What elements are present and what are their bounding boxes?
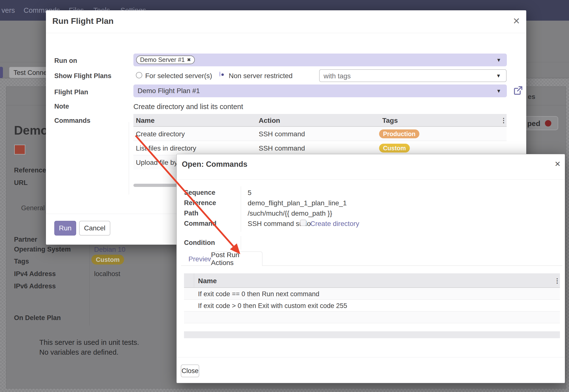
flight-plan-label: Flight Plan [54, 88, 88, 96]
tab-post-run-actions-label: Post Run Actions [211, 251, 262, 267]
sequence-value: 5 [248, 189, 252, 197]
actions-col-name[interactable]: Name [198, 277, 217, 285]
url-label: URL [14, 179, 28, 187]
run-button[interactable]: Run [54, 221, 76, 236]
status-badge: ped [523, 116, 558, 130]
reference-field-label: Reference [184, 199, 216, 207]
tags-custom-badge-label: Custom [96, 256, 120, 264]
run-modal-close-icon[interactable]: ✕ [513, 17, 520, 26]
tags-custom-badge: Custom [91, 255, 124, 265]
open-modal-title: Open: Commands [182, 160, 247, 169]
radio-non-server-restricted[interactable] [219, 71, 220, 77]
smart-button-fragment[interactable]: es [528, 93, 535, 101]
condition-label: Condition [184, 239, 215, 247]
run-on-label: Run on [54, 57, 77, 65]
show-flight-plans-label: Show Flight Plans [54, 72, 112, 80]
server-chip-label: Demo Server #1 [140, 56, 185, 63]
color-swatch[interactable] [14, 145, 25, 154]
operating-system-value[interactable]: Debian 10 [94, 246, 126, 253]
chip-remove-icon[interactable]: ✖ [187, 57, 191, 63]
action-row-name: If exit code == 0 then Run next command [198, 290, 319, 298]
sequence-label: Sequence [184, 189, 215, 196]
table-options-icon[interactable]: ⋮ [500, 117, 507, 124]
status-badge-label: ped [527, 119, 540, 128]
reference-value: demo_flight_plan_1_plan_line_1 [248, 199, 347, 207]
tab-preview[interactable]: Preview [188, 255, 213, 263]
actions-table-options-icon[interactable]: ⋮ [554, 277, 560, 285]
server-chip[interactable]: Demo Server #1 ✖ [136, 56, 195, 64]
operating-system-label: Operating System [14, 246, 71, 253]
on-delete-plan-label: On Delete Plan [14, 314, 61, 322]
row-action: SSH command [259, 144, 305, 152]
tab-post-run-actions[interactable]: Post Run Actions [211, 252, 262, 266]
command-label: Command [184, 220, 216, 227]
unit-test-note-line1: This server is used in unit tests. [39, 338, 139, 347]
note-value: Create directory and list its content [133, 103, 243, 111]
commands-label-divider [129, 122, 129, 195]
header-handle-column [184, 273, 194, 288]
run-on-select[interactable]: Demo Server #1 ✖ ▾ [133, 54, 507, 66]
table-footer-band [184, 331, 560, 338]
post-run-actions-table: Name ⋮ If exit code == 0 then Run next c… [184, 273, 560, 338]
run-modal-header-divider [46, 33, 526, 33]
run-on-caret-icon[interactable]: ▾ [497, 56, 500, 63]
external-link-icon[interactable] [513, 85, 523, 95]
open-modal-header-divider [177, 179, 565, 180]
field-column-divider [89, 232, 90, 325]
radio-non-server-restricted-label[interactable]: Non server restricted [229, 72, 293, 80]
table-row[interactable]: List files in directory SSH command Cust… [133, 141, 507, 155]
command-link[interactable]: Create directory [310, 220, 359, 228]
col-tags[interactable]: Tags [382, 117, 398, 125]
open-modal-footer-divider [177, 357, 565, 357]
condition-divider [241, 236, 241, 250]
row-tag-badge: Production [379, 129, 419, 138]
general-tab-border [45, 202, 45, 213]
radio-selected-servers[interactable] [136, 72, 142, 78]
action-row-name: If exit code > 0 then Exit with custom e… [198, 302, 347, 310]
row-action: SSH command [259, 130, 305, 138]
ipv4-value: localhost [94, 270, 120, 278]
open-commands-modal: Open: Commands ✕ Sequence 5 Reference de… [176, 154, 565, 383]
cancel-button[interactable]: Cancel [79, 221, 110, 236]
empty-row [184, 311, 560, 323]
flight-plan-caret-icon[interactable]: ▾ [497, 87, 500, 94]
col-name[interactable]: Name [136, 117, 155, 125]
with-tags-value: with tags [324, 72, 351, 80]
row-name: List files in directory [136, 144, 196, 152]
radio-selected-servers-label[interactable]: For selected server(s) [145, 72, 212, 80]
commands-label: Commands [54, 117, 90, 125]
note-label: Note [54, 103, 69, 110]
open-modal-close-icon[interactable]: ✕ [555, 160, 561, 168]
screenshot-root: vers Commands Files Tools Settings Test … [0, 0, 569, 392]
status-dot-icon [545, 120, 551, 126]
record-title: Demo [14, 123, 48, 138]
test-connection-button[interactable]: Test Conne [9, 67, 48, 78]
path-label: Path [184, 210, 199, 217]
ipv6-label: IPv6 Address [14, 282, 56, 290]
ipv4-label: IPv4 Address [14, 270, 56, 278]
close-button[interactable]: Close [181, 364, 199, 377]
row-name: Upload file by [136, 159, 178, 167]
nav-menu-servers[interactable]: vers [1, 0, 15, 21]
list-item[interactable]: If exit code == 0 then Run next command [184, 288, 560, 300]
col-action[interactable]: Action [259, 117, 280, 125]
row-name: Create directory [136, 130, 185, 138]
partner-label: Partner [14, 236, 37, 243]
commands-table-header: Name Action Tags ⋮ [133, 114, 507, 127]
tags-label: Tags [14, 258, 29, 265]
tab-general[interactable]: General [21, 204, 45, 212]
unit-test-note-line2: No variables are defined. [39, 348, 118, 356]
with-tags-caret-icon[interactable]: ▾ [497, 72, 500, 79]
test-connection-label: Test Conne [14, 69, 47, 77]
partial-purple-button[interactable] [0, 67, 3, 78]
run-modal-title: Run Flight Plan [52, 16, 114, 26]
sudo-checkbox[interactable] [300, 220, 306, 226]
flight-plan-select[interactable]: Demo Flight Plan #1 ▾ [133, 84, 507, 97]
with-tags-select[interactable]: with tags ▾ [319, 69, 507, 82]
row-tag-badge: Custom [379, 144, 410, 153]
actions-table-header: Name ⋮ [184, 273, 560, 288]
fields-divider [241, 186, 241, 232]
path-value: /such/much/{{ demo_path }} [248, 210, 332, 217]
table-row[interactable]: Create directory SSH command Production [133, 127, 507, 141]
list-item[interactable]: If exit code > 0 then Exit with custom e… [184, 300, 560, 311]
